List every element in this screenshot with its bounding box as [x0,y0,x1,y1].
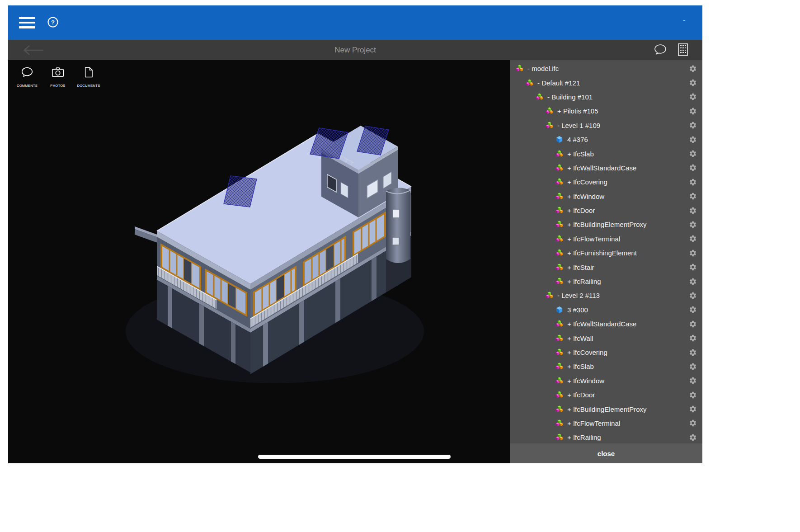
tree-row[interactable]: + Pilotis #105 [510,104,702,118]
gear-icon[interactable] [689,278,697,286]
toolbar-button-label: DOCUMENTS [77,84,100,88]
tree-item-label: - Level 2 #113 [557,292,600,299]
tree-row[interactable]: + IfcRailing [510,274,702,288]
gear-icon[interactable] [689,235,697,243]
toolbar-button-label: COMMENTS [17,84,38,88]
gear-icon[interactable] [689,107,697,115]
gear-icon[interactable] [689,178,697,186]
tree-item-label: + IfcWall [567,334,593,342]
composite-cubes-icon [555,348,563,356]
tree-item-label: 3 #300 [567,306,588,314]
3d-viewport[interactable]: COMMENTSPHOTOSDOCUMENTS [8,60,510,463]
tree-row[interactable]: + IfcBuildingElementProxy [510,217,702,231]
tree-row[interactable]: + IfcSlab [510,146,702,160]
tree-row[interactable]: + IfcRailing [510,430,702,443]
home-indicator[interactable] [258,455,451,459]
composite-cubes-icon [536,93,543,101]
main-content: COMMENTSPHOTOSDOCUMENTS [8,60,702,463]
gear-icon[interactable] [689,249,697,257]
tree-row[interactable]: - Building #101 [510,90,702,104]
menu-button[interactable] [19,17,35,28]
photos-button[interactable]: PHOTOS [45,66,71,88]
gear-icon[interactable] [689,334,697,342]
gear-icon[interactable] [689,292,697,300]
tree-item-label: + IfcWindow [567,377,604,385]
gear-icon[interactable] [689,121,697,129]
tree-row[interactable]: + IfcCovering [510,175,702,189]
tree-item-label: 4 #376 [567,136,588,143]
composite-cubes-icon [555,377,563,385]
composite-cubes-icon [555,178,563,186]
composite-cubes-icon [555,235,563,243]
tree-item-label: + IfcDoor [567,391,595,399]
gear-icon[interactable] [689,65,697,73]
gear-icon[interactable] [689,192,697,200]
gear-icon[interactable] [689,164,697,172]
app-window: ? - New Project CO [8,5,702,463]
gear-icon[interactable] [689,93,697,101]
tree-row[interactable]: + IfcDoor [510,388,702,402]
tree-row[interactable]: - Default #121 [510,75,702,89]
tree-row[interactable]: + IfcBuildingElementProxy [510,402,702,416]
tree-item-label: + IfcWindow [567,193,604,200]
comments-button[interactable]: COMMENTS [14,66,40,88]
gear-icon[interactable] [689,433,697,442]
tree-item-label: + IfcBuildingElementProxy [567,405,647,413]
tree-row[interactable]: - Level 1 #109 [510,118,702,132]
composite-cubes-icon [555,363,563,370]
tree-row[interactable]: 4 #376 [510,132,702,146]
chat-bubble-icon [653,42,668,58]
comment-bubble-icon [20,66,34,80]
tree-row[interactable]: + IfcStair [510,260,702,274]
tree-item-label: + IfcCovering [567,348,607,356]
gear-icon[interactable] [689,136,697,144]
chat-button[interactable] [653,42,668,58]
tree-row[interactable]: + IfcWall [510,331,702,345]
tree-row[interactable]: - model.ifc [510,61,702,75]
tree-row[interactable]: - Level 2 #113 [510,288,702,302]
gear-icon[interactable] [689,348,697,357]
tree-row[interactable]: + IfcWallStandardCase [510,161,702,175]
tree-row[interactable]: 3 #300 [510,303,702,317]
composite-cubes-icon [555,334,563,342]
gear-icon[interactable] [689,377,697,385]
tree-item-label: + IfcSlab [567,363,594,370]
tree-row[interactable]: + IfcCovering [510,345,702,359]
gear-icon[interactable] [689,363,697,371]
composite-cubes-icon [546,107,553,115]
tree-row[interactable]: + IfcFlowTerminal [510,416,702,430]
tree-row[interactable]: + IfcWindow [510,374,702,388]
composite-cubes-icon [555,419,563,427]
composite-cubes-icon [555,193,563,200]
gear-icon[interactable] [689,150,697,158]
gear-icon[interactable] [689,391,697,399]
tree-row[interactable]: + IfcWindow [510,189,702,203]
gear-icon[interactable] [689,419,697,427]
tree-item-label: + IfcSlab [567,150,594,158]
tree-item-label: + IfcFurnishingElement [567,249,637,257]
svg-text:?: ? [51,19,55,25]
gear-icon[interactable] [689,263,697,271]
gear-icon[interactable] [689,79,697,87]
help-button[interactable]: ? [47,16,59,29]
documents-button[interactable]: DOCUMENTS [76,66,101,88]
tree-item-label: + Pilotis #105 [557,107,598,115]
tree-row[interactable]: + IfcSlab [510,359,702,373]
gear-icon[interactable] [689,221,697,229]
gear-icon[interactable] [689,405,697,413]
gear-icon[interactable] [689,207,697,215]
composite-cubes-icon [555,278,563,285]
tree-row[interactable]: + IfcWallStandardCase [510,317,702,331]
close-button[interactable]: close [510,443,702,463]
tree-item-label: + IfcWallStandardCase [567,320,636,328]
model-browser-button[interactable] [676,42,690,58]
tree-row[interactable]: + IfcDoor [510,203,702,217]
gear-icon[interactable] [689,306,697,314]
tree-item-label: + IfcRailing [567,278,601,285]
hamburger-menu-icon [19,17,35,28]
tree-row[interactable]: + IfcFlowTerminal [510,232,702,246]
gear-icon[interactable] [689,320,697,328]
cube-icon [555,306,563,314]
cube-icon [555,136,563,143]
tree-row[interactable]: + IfcFurnishingElement [510,246,702,260]
